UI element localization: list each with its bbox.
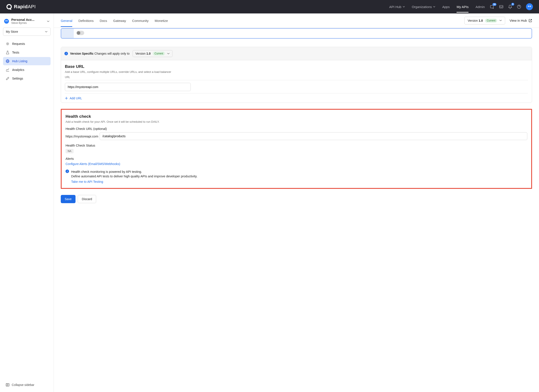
tests-icon — [6, 51, 10, 54]
base-url-heading: Base URL — [65, 64, 528, 69]
account-icon — [4, 19, 9, 24]
store-selector[interactable]: My Store — [3, 28, 51, 36]
toggle-card-accent — [61, 29, 74, 38]
chevron-down-icon — [167, 53, 170, 54]
chevron-down-icon — [47, 20, 50, 22]
mini-version-selector[interactable]: Version 1.0 Current — [133, 50, 173, 57]
view-in-hub[interactable]: View in Hub — [510, 19, 532, 22]
notifications-icon[interactable]: 39 — [490, 5, 494, 9]
version-card: i Version Specific Changes will apply on… — [61, 47, 532, 103]
nav-menu: API Hub Organizations Apps My APIs Admin — [389, 1, 485, 13]
alerts-label: Alerts — [66, 157, 527, 161]
base-url-desc: Add a base URL, configure multiple URLs,… — [65, 70, 528, 74]
tab-bar: General Definitions Docs Gateway Communi… — [54, 14, 539, 28]
base-url-input[interactable] — [65, 83, 191, 91]
sidebar-item-settings[interactable]: Settings — [3, 74, 51, 83]
brand-suffix: API — [28, 4, 36, 9]
tab-definitions[interactable]: Definitions — [78, 14, 94, 27]
collapse-icon — [6, 383, 10, 387]
configure-alerts-link[interactable]: Configure Alerts (Email/SMS/Webhooks) — [66, 162, 120, 166]
svg-point-5 — [527, 4, 532, 9]
avatar[interactable] — [526, 3, 533, 10]
help-icon[interactable] — [517, 5, 521, 9]
logo-icon — [6, 4, 12, 10]
tab-monetize[interactable]: Monetize — [155, 14, 168, 27]
account-subtitle: Steve Byrnes — [11, 21, 44, 24]
sidebar-item-tests[interactable]: Tests — [3, 48, 51, 57]
brand-logo[interactable]: RapidAPI — [6, 4, 36, 10]
sidebar-label: Analytics — [12, 68, 24, 71]
analytics-icon — [6, 68, 10, 72]
tab-gateway[interactable]: Gateway — [113, 14, 126, 27]
sidebar-item-requests[interactable]: Requests — [3, 40, 51, 48]
status-badge: Current — [153, 52, 165, 56]
health-status-label: Health Check Status — [66, 144, 527, 147]
notifications-badge: 39 — [492, 3, 496, 6]
store-name: My Store — [6, 30, 18, 33]
svg-point-14 — [7, 21, 7, 21]
sidebar-label: Hub Listing — [12, 59, 27, 63]
inbox-icon[interactable] — [499, 5, 503, 9]
sidebar: Personal Acc... Steve Byrnes My Store Re… — [0, 14, 54, 392]
health-status-chip: NA — [66, 149, 74, 153]
globe-icon — [6, 59, 10, 63]
health-url-label: Health Check URL (optional) — [66, 127, 527, 131]
chevron-down-icon — [499, 20, 502, 21]
status-badge: Current — [485, 19, 497, 23]
svg-point-9 — [530, 6, 530, 6]
chevron-down-icon — [45, 31, 48, 33]
bell-icon[interactable]: 8 — [508, 5, 512, 9]
sidebar-label: Tests — [12, 51, 19, 54]
collapse-sidebar[interactable]: Collapse sidebar — [3, 381, 51, 389]
chevron-down-icon — [433, 6, 435, 7]
brand-name: Rapid — [14, 4, 28, 9]
pencil-icon — [6, 76, 10, 80]
plus-icon — [65, 97, 68, 100]
toggle-switch[interactable] — [76, 31, 84, 35]
content-area: i Version Specific Changes will apply on… — [54, 28, 539, 392]
version-selector[interactable]: Version 1.0 Current — [464, 17, 505, 24]
nav-admin[interactable]: Admin — [475, 1, 485, 13]
nav-apps[interactable]: Apps — [442, 1, 450, 13]
bell-badge: 8 — [511, 3, 514, 6]
collapse-label: Collapse sidebar — [12, 383, 34, 387]
sidebar-item-analytics[interactable]: Analytics — [3, 66, 51, 74]
api-testing-link[interactable]: Take me to API Testing — [71, 179, 103, 184]
discard-button[interactable]: Discard — [78, 195, 96, 203]
health-url-prefix: https://mystoreapi.com — [66, 134, 98, 138]
external-link-icon — [529, 19, 532, 22]
add-url-button[interactable]: Add URL — [65, 96, 528, 100]
account-switcher[interactable]: Personal Acc... Steve Byrnes — [3, 16, 51, 28]
svg-point-8 — [528, 6, 529, 6]
top-nav: RapidAPI API Hub Organizations Apps My A… — [0, 0, 539, 14]
svg-point-1 — [7, 5, 11, 9]
save-button[interactable]: Save — [61, 195, 76, 203]
tab-general[interactable]: General — [61, 14, 72, 27]
nav-organizations[interactable]: Organizations — [412, 1, 435, 13]
sidebar-item-hub-listing[interactable]: Hub Listing — [3, 57, 51, 65]
health-url-input[interactable] — [100, 132, 527, 140]
svg-point-10 — [4, 19, 9, 24]
requests-icon — [6, 42, 10, 46]
nav-my-apis[interactable]: My APIs — [457, 1, 468, 13]
info-icon: i — [66, 170, 69, 173]
health-check-card: Health check Add a health check for your… — [61, 109, 532, 189]
tab-community[interactable]: Community — [132, 14, 149, 27]
url-label: URL — [65, 76, 528, 79]
sidebar-label: Settings — [12, 77, 23, 80]
nav-api-hub[interactable]: API Hub — [389, 1, 405, 13]
svg-rect-2 — [490, 5, 493, 8]
svg-point-15 — [7, 43, 8, 44]
info-icon: i — [64, 52, 68, 55]
health-info-text: Health check monitoring is powered by AP… — [71, 170, 197, 184]
svg-point-13 — [6, 21, 6, 21]
tab-docs[interactable]: Docs — [100, 14, 107, 27]
chevron-down-icon — [403, 6, 405, 7]
banner-text: Version Specific Changes will apply only… — [70, 52, 130, 55]
toggle-card — [61, 28, 532, 39]
account-title: Personal Acc... — [11, 18, 37, 21]
main: General Definitions Docs Gateway Communi… — [54, 14, 539, 392]
health-desc: Add a health check for your API. Once se… — [66, 120, 527, 123]
sidebar-label: Requests — [12, 42, 25, 46]
health-heading: Health check — [66, 114, 527, 119]
